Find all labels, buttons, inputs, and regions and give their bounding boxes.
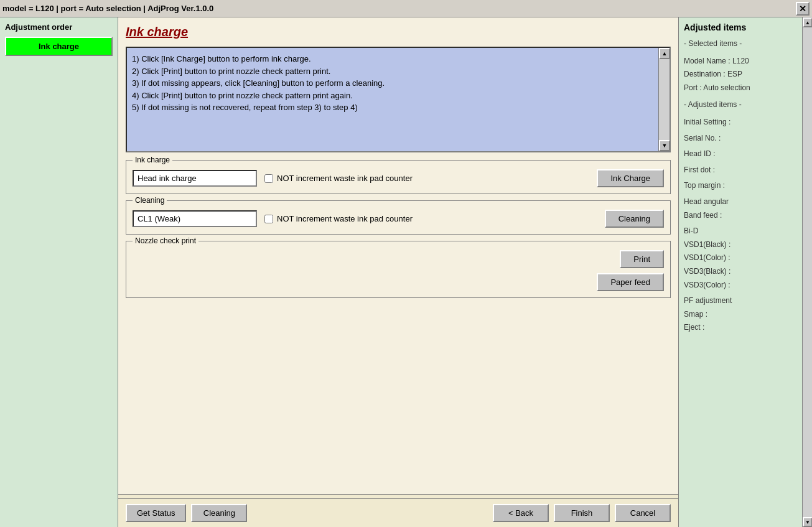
right-scrollbar: ▲ ▼: [802, 17, 812, 527]
smap: Smap :: [684, 308, 797, 322]
cleaning-dropdown[interactable]: CL1 (Weak) CL2 (Medium) CL3 (Strong): [133, 210, 257, 227]
instruction-line-3: 3) If dot missing appears, click [Cleani…: [132, 77, 652, 90]
vsd1-black: VSD1(Black) :: [684, 238, 797, 252]
adjusted-items-header: - Adjusted items -: [684, 98, 797, 112]
instruction-line-2: 2) Click [Print] button to print nozzle …: [132, 65, 652, 78]
right-panel-content: Adjusted items - Selected items - Model …: [679, 17, 802, 527]
ink-charge-button[interactable]: Ink Charge: [597, 169, 664, 187]
finish-button[interactable]: Finish: [554, 504, 610, 522]
band-feed: Band feed :: [684, 209, 797, 223]
right-panel-title: Adjusted items: [684, 22, 797, 32]
bottom-cleaning-button[interactable]: Cleaning: [191, 504, 247, 522]
ink-charge-dropdown[interactable]: Head ink charge Initial ink charge: [133, 170, 257, 187]
scroll-track: [659, 59, 670, 140]
cleaning-row: CL1 (Weak) CL2 (Medium) CL3 (Strong) NOT…: [133, 210, 664, 228]
nozzle-section-label: Nozzle check print: [133, 236, 198, 245]
vsd3-color: VSD3(Color) :: [684, 279, 797, 292]
initial-setting: Initial Setting :: [684, 116, 797, 129]
serial-no: Serial No. :: [684, 132, 797, 146]
nozzle-section: Nozzle check print Print Paper feed: [126, 241, 671, 298]
instruction-line-5: 5) If dot missing is not recovered, repe…: [132, 101, 652, 114]
top-margin: Top margin :: [684, 179, 797, 193]
print-button[interactable]: Print: [620, 250, 664, 268]
vsd3-black: VSD3(Black) :: [684, 265, 797, 279]
instruction-line-4: 4) Click [Print] button to print nozzle …: [132, 90, 652, 102]
back-button[interactable]: < Back: [493, 504, 549, 522]
scroll-down-btn[interactable]: ▼: [659, 140, 670, 151]
selected-items-header: - Selected items -: [684, 37, 797, 51]
cleaning-dropdown-wrapper: CL1 (Weak) CL2 (Medium) CL3 (Strong): [133, 210, 257, 227]
sidebar-item-ink-charge[interactable]: Ink charge: [5, 37, 113, 56]
main-layout: Adjustment order Ink charge Ink charge 1…: [0, 17, 812, 527]
right-scroll-down-btn[interactable]: ▼: [803, 517, 812, 527]
page-title: Ink charge: [126, 25, 671, 39]
get-status-button[interactable]: Get Status: [126, 504, 186, 522]
port: Port : Auto selection: [684, 82, 797, 95]
destination: Destination : ESP: [684, 68, 797, 82]
right-panel: Adjusted items - Selected items - Model …: [678, 17, 812, 527]
right-scroll-track: [803, 27, 812, 517]
pf-adjustment: PF adjustment: [684, 294, 797, 308]
instructions-box: 1) Click [Ink Charge] button to perform …: [126, 47, 671, 152]
head-angular: Head angular: [684, 195, 797, 209]
bi-d: Bi-D: [684, 225, 797, 238]
cancel-button[interactable]: Cancel: [615, 504, 671, 522]
right-scroll-up-btn[interactable]: ▲: [803, 17, 812, 27]
cleaning-checkbox-label: NOT increment waste ink pad counter: [264, 214, 413, 223]
head-id: Head ID :: [684, 147, 797, 161]
ink-charge-checkbox[interactable]: [264, 174, 273, 183]
cleaning-label: Cleaning: [133, 196, 167, 205]
bottom-bar: Get Status Cleaning < Back Finish Cancel: [118, 498, 678, 527]
ink-charge-section: Ink charge Head ink charge Initial ink c…: [126, 160, 671, 194]
title-bar-text: model = L120 | port = Auto selection | A…: [2, 4, 213, 13]
cleaning-section: Cleaning CL1 (Weak) CL2 (Medium) CL3 (St…: [126, 200, 671, 235]
close-button[interactable]: ✕: [796, 2, 810, 16]
bottom-bar-container: Get Status Cleaning < Back Finish Cancel: [118, 494, 678, 527]
ink-charge-checkbox-text: NOT increment waste ink pad counter: [277, 174, 413, 183]
content-area: Ink charge 1) Click [Ink Charge] button …: [118, 17, 678, 494]
bottom-divider: [118, 494, 678, 495]
paper-feed-button[interactable]: Paper feed: [597, 273, 664, 291]
content-wrapper: Ink charge 1) Click [Ink Charge] button …: [118, 17, 678, 527]
sidebar: Adjustment order Ink charge: [0, 17, 118, 527]
instruction-line-1: 1) Click [Ink Charge] button to perform …: [132, 53, 652, 65]
nozzle-buttons: Print Paper feed: [133, 250, 664, 291]
cleaning-checkbox-text: NOT increment waste ink pad counter: [277, 214, 413, 223]
model-name: Model Name : L120: [684, 55, 797, 68]
vsd1-color: VSD1(Color) :: [684, 251, 797, 265]
title-bar: model = L120 | port = Auto selection | A…: [0, 0, 812, 17]
cleaning-button[interactable]: Cleaning: [605, 210, 664, 228]
instructions-scrollbar: ▲ ▼: [658, 48, 670, 151]
instructions-text: 1) Click [Ink Charge] button to perform …: [132, 53, 665, 114]
scroll-up-btn[interactable]: ▲: [659, 48, 670, 59]
cleaning-checkbox[interactable]: [264, 215, 273, 223]
ink-charge-label: Ink charge: [133, 156, 172, 164]
ink-charge-dropdown-wrapper: Head ink charge Initial ink charge: [133, 170, 257, 187]
sidebar-title: Adjustment order: [5, 22, 113, 32]
first-dot: First dot :: [684, 164, 797, 177]
right-panel-selected-header: - Selected items - Model Name : L120 Des…: [684, 37, 797, 335]
ink-charge-row: Head ink charge Initial ink charge NOT i…: [133, 169, 664, 187]
eject: Eject :: [684, 321, 797, 335]
ink-charge-checkbox-label: NOT increment waste ink pad counter: [264, 174, 413, 183]
